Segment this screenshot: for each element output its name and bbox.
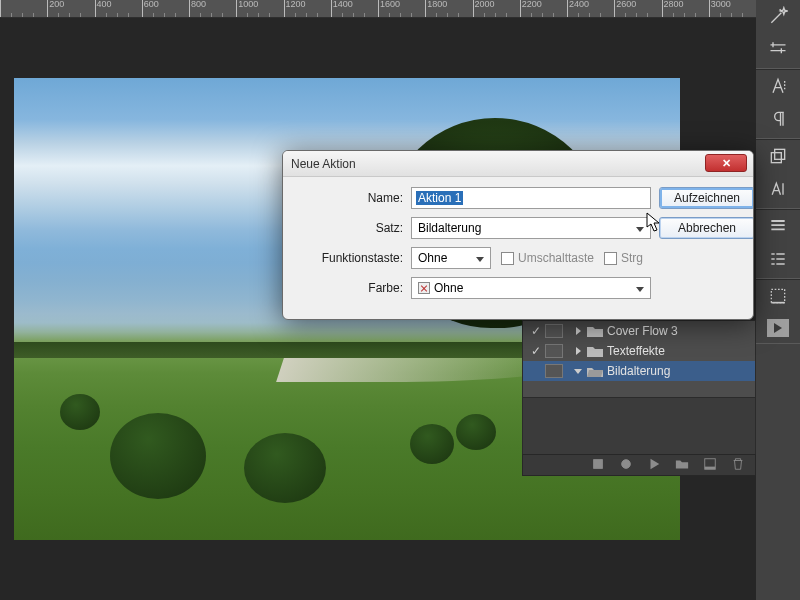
name-label: Name: (295, 191, 403, 205)
ruler-mark: 200 (47, 0, 94, 17)
ruler-mark: 2200 (520, 0, 567, 17)
char-A-icon[interactable] (768, 76, 788, 99)
ruler-mark: 1000 (236, 0, 283, 17)
color-select-value: Ohne (434, 281, 463, 295)
svg-rect-2 (771, 289, 784, 302)
paragraph-icon[interactable] (768, 109, 788, 132)
actions-row-label: Texteffekte (607, 344, 665, 358)
right-panel-rail (756, 0, 800, 600)
dialog-toggle[interactable] (545, 344, 563, 358)
chevron-right-icon[interactable] (573, 326, 583, 336)
image-detail (110, 413, 206, 499)
stop-icon[interactable] (591, 457, 605, 474)
new-action-icon[interactable] (703, 457, 717, 474)
set-select-value: Bildalterung (418, 221, 481, 235)
properties-icon[interactable] (768, 249, 788, 272)
actions-panel: ✓Cover Flow 3✓TexteffekteBildalterung (522, 320, 756, 472)
fkey-label: Funktionstaste: (295, 251, 403, 265)
ctrl-checkbox[interactable] (604, 252, 617, 265)
name-input[interactable]: Aktion 1 (411, 187, 651, 209)
dialog-titlebar[interactable]: Neue Aktion (283, 151, 753, 177)
set-label: Satz: (295, 221, 403, 235)
svg-rect-1 (775, 149, 785, 159)
name-input-value: Aktion 1 (416, 191, 463, 205)
ruler-mark: 400 (95, 0, 142, 17)
cancel-button[interactable]: Abbrechen (659, 217, 754, 239)
ruler-mark: 2000 (473, 0, 520, 17)
record-button-label: Aufzeichnen (674, 191, 740, 205)
ruler-mark: 1400 (331, 0, 378, 17)
actions-panel-empty (523, 397, 755, 457)
chevron-down-icon[interactable] (573, 366, 583, 376)
close-icon[interactable] (705, 154, 747, 172)
new-folder-icon[interactable] (675, 457, 689, 474)
ruler-mark: 3000 (709, 0, 756, 17)
dialog-title: Neue Aktion (291, 157, 356, 171)
image-detail (410, 424, 454, 464)
play-icon[interactable] (647, 457, 661, 474)
record-button[interactable]: Aufzeichnen (659, 187, 754, 209)
chevron-down-icon (636, 281, 644, 295)
char-align-icon[interactable] (768, 179, 788, 202)
svg-rect-3 (594, 459, 603, 468)
toggle-checkbox[interactable]: ✓ (527, 324, 545, 338)
actions-panel-footer (522, 454, 756, 476)
dotted-square-icon[interactable] (768, 286, 788, 309)
shift-checkbox[interactable] (501, 252, 514, 265)
color-swatch-none-icon (418, 282, 430, 294)
svg-rect-0 (771, 153, 781, 163)
fkey-select-value: Ohne (418, 251, 447, 265)
fkey-select[interactable]: Ohne (411, 247, 491, 269)
image-detail (456, 414, 496, 450)
ruler-mark: 1800 (425, 0, 472, 17)
new-action-dialog: Neue Aktion Name: Aktion 1 Aufzeichnen S… (282, 150, 754, 320)
actions-row-label: Bildalterung (607, 364, 670, 378)
color-select[interactable]: Ohne (411, 277, 651, 299)
chevron-down-icon (636, 221, 644, 235)
ruler-mark: 1600 (378, 0, 425, 17)
toggle-checkbox[interactable]: ✓ (527, 344, 545, 358)
ruler-horizontal: 2004006008001000120014001600180020002200… (0, 0, 756, 18)
folder-icon (587, 325, 603, 337)
ruler-mark: 2600 (614, 0, 661, 17)
svg-point-4 (622, 459, 631, 468)
ruler-mark: 600 (142, 0, 189, 17)
actions-row[interactable]: ✓Cover Flow 3 (523, 321, 755, 341)
folder-open-icon (587, 365, 603, 377)
trash-icon[interactable] (731, 457, 745, 474)
image-detail (244, 433, 326, 503)
color-label: Farbe: (295, 281, 403, 295)
ruler-mark: 1200 (284, 0, 331, 17)
list-icon[interactable] (768, 216, 788, 239)
actions-row[interactable]: ✓Texteffekte (523, 341, 755, 361)
set-select[interactable]: Bildalterung (411, 217, 651, 239)
cancel-button-label: Abbrechen (678, 221, 736, 235)
image-detail (60, 394, 100, 430)
ruler-mark (0, 0, 47, 17)
ruler-mark: 2800 (662, 0, 709, 17)
chevron-down-icon (476, 251, 484, 265)
ruler-mark: 800 (189, 0, 236, 17)
play-icon[interactable] (767, 319, 789, 337)
chevron-right-icon[interactable] (573, 346, 583, 356)
actions-row[interactable]: Bildalterung (523, 361, 755, 381)
folder-icon (587, 345, 603, 357)
ctrl-checkbox-label: Strg (621, 251, 643, 265)
wand-icon[interactable] (768, 6, 788, 29)
ruler-mark: 2400 (567, 0, 614, 17)
record-icon[interactable] (619, 457, 633, 474)
dialog-toggle[interactable] (545, 324, 563, 338)
dialog-toggle[interactable] (545, 364, 563, 378)
svg-rect-6 (705, 466, 716, 469)
shift-checkbox-label: Umschalttaste (518, 251, 594, 265)
actions-row-label: Cover Flow 3 (607, 324, 678, 338)
sliders-icon[interactable] (768, 39, 788, 62)
stacked-squares-icon[interactable] (768, 146, 788, 169)
